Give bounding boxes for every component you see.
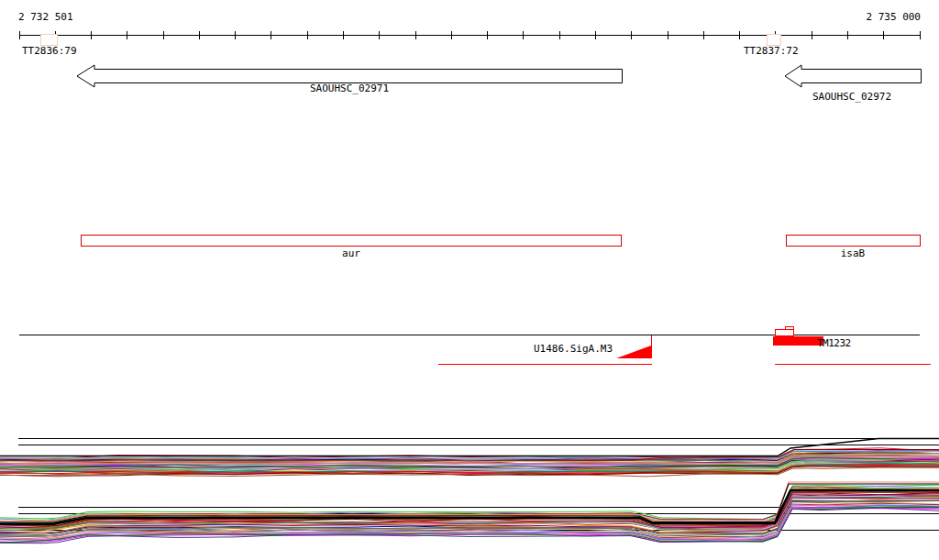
expression-traces <box>0 438 939 544</box>
cds-box-isab[interactable] <box>787 236 921 247</box>
gene-arrow-saouhsc-02972[interactable] <box>785 65 922 87</box>
terminator-label: TM1232 <box>817 337 851 349</box>
terminator-bar[interactable] <box>773 336 823 346</box>
cds-box-aur[interactable] <box>82 236 622 247</box>
genome-browser-view: 2 732 501 2 735 000 TT2836:79 TT2837:72 … <box>0 0 939 560</box>
gene-right-label: SAOUHSC_02972 <box>779 91 925 103</box>
cds-isab-label: isaB <box>807 247 899 259</box>
ruler-start-coordinate: 2 732 501 <box>18 11 73 23</box>
tss-left-label: TT2836:79 <box>22 45 77 57</box>
cds-aur-label: aur <box>305 247 397 259</box>
motif-wedge[interactable] <box>616 346 651 358</box>
tss-left-marker[interactable] <box>40 34 57 45</box>
tss-right-marker[interactable] <box>767 34 780 45</box>
gene-left-label: SAOUHSC_02971 <box>276 82 423 94</box>
terminator-outline-a <box>776 330 794 336</box>
coordinate-ruler[interactable] <box>19 31 920 45</box>
ruler-end-coordinate: 2 735 000 <box>792 11 921 23</box>
tss-right-label: TT2837:72 <box>744 45 799 57</box>
motif-label: U1486.SigA.M3 <box>466 343 613 355</box>
